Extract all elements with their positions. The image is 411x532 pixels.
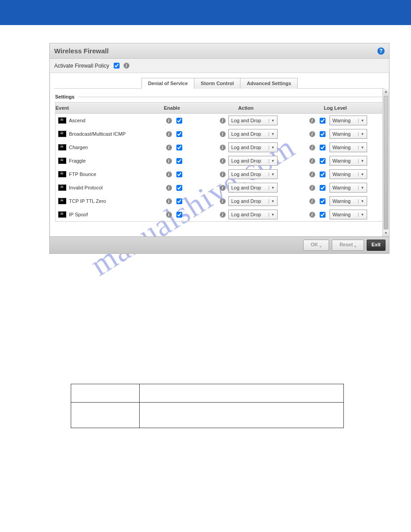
- panel-header: Wireless Firewall ?: [50, 43, 389, 59]
- chevron-down-icon: ▼: [358, 186, 367, 190]
- activate-checkbox[interactable]: [114, 63, 120, 69]
- tab-storm-control[interactable]: Storm Control: [194, 78, 240, 89]
- info-icon[interactable]: i: [166, 118, 172, 124]
- info-icon[interactable]: i: [309, 198, 315, 204]
- info-icon[interactable]: i: [309, 145, 315, 150]
- loglevel-value: Warning: [330, 172, 358, 177]
- info-icon[interactable]: i: [309, 158, 315, 164]
- chevron-down-icon: ▼: [358, 199, 367, 203]
- action-dropdown[interactable]: Log and Drop▼: [228, 210, 278, 219]
- table-row: AscendiiLog and Drop▼iWarning▼: [56, 114, 383, 127]
- tab-advanced-settings[interactable]: Advanced Settings: [240, 78, 298, 89]
- table-row: FTP BounceiiLog and Drop▼iWarning▼: [56, 167, 383, 181]
- header-enable: Enable: [145, 103, 199, 113]
- activate-label: Activate Firewall Policy: [54, 63, 109, 69]
- info-icon[interactable]: i: [166, 212, 172, 218]
- skull-flag-icon: [58, 211, 66, 218]
- reset-button[interactable]: Reset×: [332, 240, 364, 251]
- table-row: TCP IP TTL ZeroiiLog and Drop▼iWarning▼: [56, 194, 383, 208]
- loglevel-checkbox[interactable]: [320, 158, 325, 164]
- action-value: Log and Drop: [229, 185, 269, 190]
- loglevel-checkbox[interactable]: [320, 118, 325, 124]
- enable-checkbox[interactable]: [176, 145, 182, 150]
- loglevel-dropdown[interactable]: Warning▼: [330, 129, 367, 139]
- enable-checkbox[interactable]: [176, 158, 182, 164]
- info-icon[interactable]: i: [309, 118, 315, 124]
- tab-denial-of-service[interactable]: Denial of Service: [141, 78, 195, 89]
- chevron-down-icon: ▼: [269, 172, 277, 176]
- loglevel-dropdown[interactable]: Warning▼: [330, 196, 367, 206]
- action-dropdown[interactable]: Log and Drop▼: [228, 142, 278, 152]
- header-event: Event: [56, 103, 145, 113]
- loglevel-checkbox[interactable]: [320, 212, 325, 218]
- info-icon[interactable]: i: [220, 198, 226, 204]
- help-icon[interactable]: ?: [377, 47, 385, 55]
- exit-button[interactable]: Exit: [367, 240, 385, 251]
- enable-checkbox[interactable]: [176, 118, 182, 124]
- action-dropdown[interactable]: Log and Drop▼: [228, 183, 278, 193]
- loglevel-dropdown[interactable]: Warning▼: [330, 183, 367, 193]
- skull-flag-icon: [58, 131, 66, 137]
- loglevel-dropdown[interactable]: Warning▼: [330, 210, 367, 219]
- loglevel-value: Warning: [330, 198, 358, 204]
- chevron-down-icon: ▼: [269, 213, 277, 217]
- info-icon[interactable]: i: [220, 212, 226, 218]
- event-name: Ascend: [69, 118, 86, 123]
- loglevel-checkbox[interactable]: [320, 131, 325, 137]
- skull-flag-icon: [58, 144, 66, 150]
- loglevel-checkbox[interactable]: [320, 185, 325, 191]
- enable-checkbox[interactable]: [176, 185, 182, 191]
- skull-flag-icon: [58, 198, 66, 204]
- loglevel-checkbox[interactable]: [320, 145, 325, 150]
- info-icon[interactable]: i: [220, 158, 226, 164]
- info-icon[interactable]: i: [309, 172, 315, 177]
- info-icon[interactable]: i: [309, 212, 315, 218]
- action-dropdown[interactable]: Log and Drop▼: [228, 156, 278, 166]
- loglevel-checkbox[interactable]: [320, 172, 325, 177]
- info-icon[interactable]: i: [309, 131, 315, 137]
- action-dropdown[interactable]: Log and Drop▼: [228, 129, 278, 139]
- info-icon[interactable]: i: [220, 145, 226, 150]
- loglevel-dropdown[interactable]: Warning▼: [330, 142, 367, 152]
- chevron-down-icon: ▼: [358, 146, 367, 150]
- loglevel-dropdown[interactable]: Warning▼: [330, 116, 367, 125]
- loglevel-dropdown[interactable]: Warning▼: [330, 156, 367, 166]
- chevron-down-icon: ▼: [269, 159, 277, 163]
- info-icon[interactable]: i: [220, 185, 226, 191]
- loglevel-checkbox[interactable]: [320, 198, 325, 204]
- scroll-up-icon[interactable]: ▲: [383, 89, 389, 95]
- loglevel-dropdown[interactable]: Warning▼: [330, 169, 367, 179]
- info-icon[interactable]: i: [220, 172, 226, 177]
- action-dropdown[interactable]: Log and Drop▼: [228, 169, 278, 179]
- info-icon[interactable]: i: [220, 131, 226, 137]
- info-icon[interactable]: i: [166, 145, 172, 150]
- enable-checkbox[interactable]: [176, 131, 182, 137]
- firewall-panel: Wireless Firewall ? Activate Firewall Po…: [49, 43, 390, 254]
- enable-checkbox[interactable]: [176, 172, 182, 177]
- action-dropdown[interactable]: Log and Drop▼: [228, 196, 278, 206]
- top-blue-bar: [0, 0, 411, 25]
- activate-row: Activate Firewall Policy i: [50, 59, 389, 73]
- action-dropdown[interactable]: Log and Drop▼: [228, 116, 278, 125]
- skull-flag-icon: [58, 158, 66, 164]
- scroll-down-icon[interactable]: ▼: [383, 230, 389, 236]
- scroll-thumb[interactable]: [384, 96, 388, 229]
- scrollbar[interactable]: ▲ ▼: [382, 89, 389, 236]
- grid-header: Event Enable Action Log Level: [56, 103, 383, 114]
- info-icon[interactable]: i: [166, 158, 172, 164]
- info-icon[interactable]: i: [166, 131, 172, 137]
- info-icon[interactable]: i: [166, 198, 172, 204]
- info-icon[interactable]: i: [166, 172, 172, 177]
- settings-label: Settings: [55, 94, 74, 99]
- enable-checkbox[interactable]: [176, 212, 182, 218]
- enable-checkbox[interactable]: [176, 198, 182, 204]
- info-icon[interactable]: i: [166, 185, 172, 191]
- action-value: Log and Drop: [229, 131, 269, 137]
- event-name: Chargen: [69, 145, 88, 150]
- info-icon[interactable]: i: [309, 185, 315, 191]
- info-icon[interactable]: i: [220, 118, 226, 124]
- info-icon[interactable]: i: [124, 63, 129, 69]
- ok-button[interactable]: OK×: [303, 240, 329, 251]
- loglevel-value: Warning: [330, 185, 358, 190]
- chevron-down-icon: ▼: [269, 119, 277, 123]
